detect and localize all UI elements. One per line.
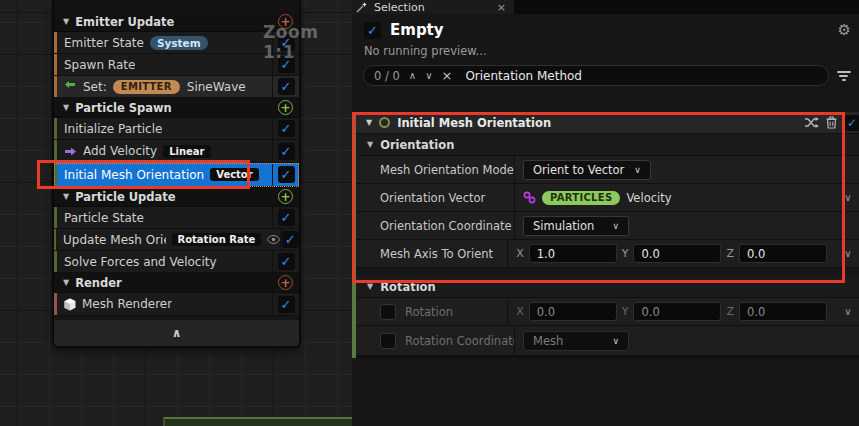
rotation-override-checkbox[interactable] [380,304,396,320]
search-clear-icon[interactable]: × [441,68,452,83]
trash-icon[interactable] [826,116,837,129]
preview-status: No running preview... [352,39,859,58]
visibility-eye-icon[interactable] [267,235,280,244]
module-enabled-checkbox[interactable]: ✓ [844,115,859,131]
property-row-mesh-axis-to-orient: Mesh Axis To Orient X Y Z ∨ [352,240,859,268]
particles-namespace-badge: PARTICLES [542,191,620,205]
property-label: Rotation [405,305,453,319]
collapse-triangle-icon[interactable]: ▼ [63,192,69,201]
rotation-y-field[interactable] [633,302,721,321]
module-row-solve-forces[interactable]: Solve Forces and Velocity ✓ [54,251,299,273]
emitter-enabled-checkbox[interactable]: ✓ [364,22,381,39]
shuffle-version-icon[interactable] [804,117,819,128]
section-render[interactable]: ▼ Render + [54,273,299,293]
chevron-down-icon[interactable]: ∨ [837,306,859,317]
rotation-coordinate-space-dropdown[interactable]: Mesh ∨ [523,331,629,351]
mesh-axis-x-field[interactable] [529,244,617,263]
search-prev-icon[interactable]: ∧ [409,70,416,81]
check-icon: ✓ [278,253,295,270]
add-module-icon[interactable]: + [278,189,293,204]
group-orientation[interactable]: ▼ Orientation [352,134,859,156]
rotation-x-field[interactable] [529,302,617,321]
module-row-update-mesh-orientation[interactable]: Update Mesh Orientation Rotation Rate ✓ [54,229,299,251]
module-row-initialize-particle[interactable]: Initialize Particle ✓ [54,118,299,140]
enabled-checkbox[interactable]: ✓ [272,293,299,315]
variant-badge: Rotation Rate [172,233,262,246]
x-axis-label: X [516,305,524,318]
property-row-rotation-coordinate-space: Rotation Coordinate S Mesh ∨ [352,326,859,356]
enabled-checkbox[interactable]: ✓ [272,163,299,186]
rotation-z-field[interactable] [739,302,827,321]
section-particle-spawn[interactable]: ▼ Particle Spawn + [54,98,299,118]
enabled-checkbox[interactable]: ✓ [272,251,299,272]
rotation-coordinate-override-checkbox[interactable] [380,333,396,349]
chevron-down-icon[interactable]: ∨ [837,248,859,259]
collapse-triangle-icon[interactable]: ▼ [63,278,69,287]
graph-viewport[interactable]: Zoom 1:1 ▼ Emitter Update + Emitter Stat… [0,0,352,426]
parameter-name: SineWave [187,80,246,94]
collapse-triangle-icon[interactable]: ▼ [367,282,373,291]
group-rotation[interactable]: ▼ Rotation [352,276,859,298]
collapse-triangle-icon[interactable]: ▼ [366,118,372,127]
enabled-checkbox[interactable]: ✓ [272,140,299,162]
zoom-level-indicator: Zoom 1:1 [263,22,352,62]
enabled-checkbox[interactable]: ✓ [272,207,299,228]
section-title: Particle Spawn [75,101,172,115]
close-icon[interactable]: × [497,1,506,14]
search-next-icon[interactable]: ∨ [425,70,432,81]
enabled-checkbox[interactable]: ✓ [280,229,299,250]
chevron-up-icon: ∧ [172,326,182,340]
module-header-initial-mesh-orientation[interactable]: ▼ Initial Mesh Orientation ✓ [352,112,859,134]
chevron-down-icon[interactable]: ∨ [837,192,859,203]
collapse-triangle-icon[interactable]: ▼ [367,140,373,149]
node-collapse-button[interactable]: ∧ [54,320,299,346]
add-module-icon[interactable]: + [278,100,293,115]
enabled-checkbox[interactable]: ✓ [272,118,299,139]
check-icon: ✓ [278,120,295,137]
mesh-axis-z-field[interactable] [739,244,827,263]
section-particle-update[interactable]: ▼ Particle Update + [54,187,299,207]
x-axis-label: X [516,247,524,260]
particle-accent-bar [54,207,57,228]
module-label: Set: [83,80,107,94]
module-row-set-emitter-sinewave[interactable]: Set: EMITTER SineWave ✓ [54,76,299,98]
property-label: Mesh Orientation Mode [352,156,514,183]
module-row-initial-mesh-orientation[interactable]: Initial Mesh Orientation Vector ✓ [54,163,299,187]
z-axis-label: Z [726,305,734,318]
chevron-down-icon: ∨ [612,336,619,346]
search-input[interactable]: 0 / 0 ∧ ∨ × Orientation Method [363,65,829,86]
add-renderer-icon[interactable]: + [278,275,293,290]
module-details: ▼ Initial Mesh Orientation ✓ ▼ Orientati… [352,112,859,358]
mesh-orientation-mode-dropdown[interactable]: Orient to Vector ∨ [523,160,651,180]
check-icon: ✓ [847,116,857,130]
property-row-rotation: Rotation X Y Z ∨ [352,298,859,326]
mesh-axis-y-field[interactable] [633,244,721,263]
chevron-down-icon: ∨ [612,221,619,231]
gear-icon[interactable]: ⚙ [838,23,851,38]
module-accent-bar [352,112,356,358]
emitter-name: Empty [390,21,444,39]
check-icon: ✓ [367,23,378,38]
tab-selection[interactable]: Selection × [352,0,514,14]
filter-icon[interactable] [836,71,851,81]
module-row-mesh-renderer[interactable]: Mesh Renderer ✓ [54,293,299,316]
dropdown-value: Simulation [533,219,594,233]
wand-icon [356,1,368,13]
module-row-add-velocity[interactable]: Add Velocity Linear ✓ [54,140,299,163]
linked-parameter[interactable]: Velocity [626,191,671,205]
module-label: Add Velocity [83,144,157,158]
group-title: Orientation [380,138,454,152]
y-axis-label: Y [622,247,629,260]
collapse-triangle-icon[interactable]: ▼ [63,103,69,112]
background-node-edge[interactable] [163,417,352,426]
emitter-accent-bar [54,54,57,75]
check-icon: ✓ [278,143,295,160]
module-row-particle-state[interactable]: Particle State ✓ [54,207,299,229]
property-label: Orientation Coordinate Sp [352,212,514,239]
particle-accent-bar [54,140,57,162]
collapse-triangle-icon[interactable]: ▼ [63,17,69,26]
tab-label: Selection [374,1,425,14]
coordinate-space-dropdown[interactable]: Simulation ∨ [523,216,629,236]
enabled-checkbox[interactable]: ✓ [272,76,299,97]
group-title: Rotation [380,280,436,294]
